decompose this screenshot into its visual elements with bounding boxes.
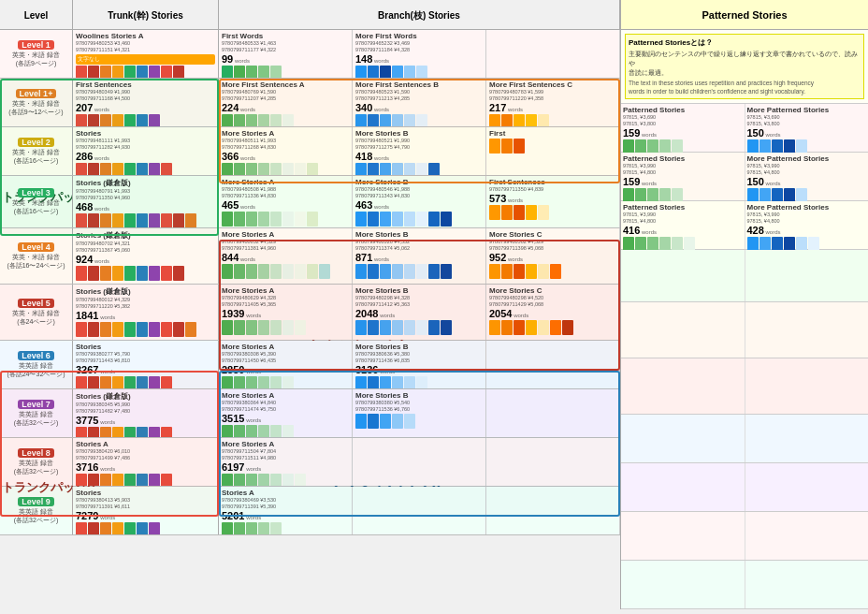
row-level-2: Level 2 英英・米語 録音(各話16ページ) Stories9780799… [0, 127, 620, 176]
branch-cell-3 [486, 389, 620, 437]
branch-cell-3: More Stories C9780799480502 ¥4,529978079… [486, 228, 620, 284]
trunk-cell: Stories9780799380413 ¥5,9039780799711391… [73, 487, 219, 534]
branch-cell-3: First [486, 127, 620, 175]
patterned-note: Patterned Storiesとは？ 主要動詞のセンテンスの中で繰り返し練り… [621, 30, 868, 104]
level-cell: Level 1 英英・米語 録音(各話9ページ) [0, 30, 73, 78]
patterned-cell-2: More Patterned Stories97815, ¥3,99097815… [745, 201, 869, 249]
branch-cell-2: More Stories B9780799480326 ¥4,532978079… [353, 228, 486, 284]
branch-cell-1: More First Sentences A9780799480769 ¥1,5… [219, 79, 353, 126]
branch-cell-3 [486, 487, 620, 534]
row-level-8: Level 8 英英語 録音(各話32ページ) Stories A9780799… [0, 438, 620, 487]
branch-cell-3 [486, 341, 620, 388]
branch-cell-1: More Stories A9780799480511 ¥1,993978079… [219, 127, 353, 175]
trunk-cell: Stories (鎌倉版)9780799480012 ¥4,3299780799… [73, 285, 219, 340]
patterned-row-8 [621, 512, 868, 561]
row-level-4: Level 4 英英・米語 録音(各話16〜24ページ) Stories (鎌倉… [0, 228, 620, 285]
branch-cell-3: More Stories C9780799480298 ¥4,520978079… [486, 285, 620, 340]
branch-cell-1: More Stories A9780799380308 ¥5,390978079… [219, 341, 353, 388]
trunk-cell: Stories9780799481111 ¥1,9939780799711282… [73, 127, 219, 175]
row-level-7: Level 7 英英語 録音(各話32ページ) Stories (鎌倉版)978… [0, 389, 620, 438]
branch-cell-2 [353, 487, 486, 534]
patterned-header: Patterned Stories [621, 0, 868, 30]
level-cell: Level 1+ 英英・米語 録音(各話9〜12ページ) [0, 79, 73, 126]
branch-cell-2: More First Words9780799465232 ¥3,4699780… [353, 30, 486, 78]
patterned-cell-1 [621, 358, 745, 414]
patterned-row-0: Patterned Stories97815, ¥3,69097815, ¥3,… [621, 104, 868, 153]
branch-cell-3 [486, 438, 620, 486]
patterned-cell-2 [745, 512, 869, 560]
trunk-cell: Stories (鎌倉版)9780799480791 ¥1,9939780799… [73, 176, 219, 227]
level-cell: Level 9 英英語 録音(各話32ページ) [0, 487, 73, 534]
left-portion: Level Trunk(幹) Stories Branch(枝) Stories… [0, 0, 620, 609]
patterned-cell-1 [621, 415, 745, 462]
row-level-5: Level 5 英英・米語 録音(各24ページ) Stories (鎌倉版)97… [0, 285, 620, 341]
patterned-col: Patterned Stories Patterned Storiesとは？ 主… [620, 0, 868, 609]
patterned-cell-1 [621, 561, 745, 608]
branch-cell-2: More Stories B9780799480521 ¥1,990978079… [353, 127, 486, 175]
trunk-cell: Stories (鎌倉版)9780799480702 ¥4,3219780799… [73, 228, 219, 284]
header-trunk: Trunk(幹) Stories [73, 0, 219, 32]
patterned-cell-1 [621, 512, 745, 560]
trunk-cell: First Sentences9780799480349 ¥1,99097807… [73, 79, 219, 126]
patterned-cell-2 [745, 415, 869, 462]
branch-cell-1: More Stories A9780799480629 ¥4,328978079… [219, 285, 353, 340]
branch-cell-1: Stories A9780799380469 ¥3,53097807997113… [219, 487, 353, 534]
patterned-row-3 [621, 250, 868, 302]
patterned-note-text2: 音読に最適。 [629, 68, 861, 77]
patterned-note-text1: 主要動詞のセンテンスの中で繰り返し練り返す文章で書かれているので、読みや [629, 50, 861, 68]
branch-cell-3: First Sentences9780799711350 ¥4,839573 w… [486, 176, 620, 227]
patterned-note-box: Patterned Storiesとは？ 主要動詞のセンテンスの中で繰り返し練り… [625, 34, 864, 99]
branch-cell-2 [353, 438, 486, 486]
patterned-cell-2 [745, 463, 869, 511]
patterned-row-7 [621, 463, 868, 512]
branch-cell-2: More Stories B9780799480546 ¥1,988978079… [353, 176, 486, 227]
branch-cell-3 [486, 30, 620, 78]
patterned-cell-1: Patterned Stories97815, ¥3,69097815, ¥3,… [621, 104, 745, 152]
patterned-rows-container: Patterned Stories97815, ¥3,69097815, ¥3,… [621, 104, 868, 609]
row-level-1: Level 1 英英・米語 録音(各話9ページ) Woolines Storie… [0, 30, 620, 79]
patterned-cell-1 [621, 250, 745, 301]
patterned-cell-1 [621, 463, 745, 511]
level-cell: Level 8 英英語 録音(各話32ページ) [0, 438, 73, 486]
row-level-9: Level 9 英英語 録音(各話32ページ) Stories978079938… [0, 487, 620, 535]
branch-cell-1: More Stories A9780799380364 ¥4,840978079… [219, 389, 353, 437]
row-level-1+: Level 1+ 英英・米語 録音(各話9〜12ページ) First Sente… [0, 79, 620, 127]
header-level: Level [0, 0, 73, 32]
patterned-row-5 [621, 358, 868, 415]
patterned-title: Patterned Stories [702, 9, 787, 21]
branch-cell-1: More Stories A9780799480508 ¥1,988978079… [219, 176, 353, 227]
trunk-cell: Stories9780799380277 ¥5,7909780799711443… [73, 341, 219, 388]
trunk-cell: Stories A9780799380420 ¥6,01097807997114… [73, 438, 219, 486]
patterned-cell-2: More Patterned Stories97815, ¥3,69097815… [745, 104, 869, 152]
trunk-cell: Woolines Stories A9780799480253 ¥3,46097… [73, 30, 219, 78]
branch-cell-2: More Stories B9780799480298 ¥4,328978079… [353, 285, 486, 340]
row-level-3: Level 3 英英・米語 録音(各話16ページ) Stories (鎌倉版)9… [0, 176, 620, 228]
main-header: Level Trunk(幹) Stories Branch(枝) Stories… [0, 0, 620, 30]
patterned-cell-1: Patterned Stories97815, ¥3,99097815, ¥4,… [621, 201, 745, 249]
patterned-row-1: Patterned Stories97815, ¥3,99097815, ¥4,… [621, 153, 868, 201]
branch-cell-1: First Words9780798480533 ¥1,463978079971… [219, 30, 353, 78]
patterned-row-6 [621, 415, 868, 463]
patterned-cell-2 [745, 358, 869, 414]
branch-cell-2: More Stories B9780799380380 ¥5,540978079… [353, 389, 486, 437]
branch-cell-2: More Stories B9780799380636 ¥5,380978079… [353, 341, 486, 388]
patterned-note-title: Patterned Storiesとは？ [629, 37, 861, 48]
patterned-row-2: Patterned Stories97815, ¥3,99097815, ¥4,… [621, 201, 868, 250]
patterned-cell-2 [745, 250, 869, 301]
level-cell: Level 3 英英・米語 録音(各話16ページ) [0, 176, 73, 227]
patterned-cell-1: Patterned Stories97815, ¥3,99097815, ¥4,… [621, 153, 745, 200]
rows-area: Level 1 英英・米語 録音(各話9ページ) Woolines Storie… [0, 30, 620, 609]
patterned-note-text4: words in order to build children's confi… [629, 87, 861, 95]
patterned-note-text3: The text in these stories uses repetitio… [629, 79, 861, 87]
patterned-cell-2 [745, 302, 869, 358]
level-cell: Level 5 英英・米語 録音(各24ページ) [0, 285, 73, 340]
level-cell: Level 6 英英語 録音(各話24〜32ページ) [0, 341, 73, 388]
header-branch: Branch(枝) Stories [219, 0, 620, 32]
branch-cell-1: More Stories A9780799480632 ¥4,329978079… [219, 228, 353, 284]
patterned-row-9 [621, 561, 868, 609]
data-section: トランクパックA トランクパックB ブランチパック1 ブランチパック2 ブランチ… [0, 30, 620, 609]
row-level-6: Level 6 英英語 録音(各話24〜32ページ) Stories978079… [0, 341, 620, 389]
page-container: Level Trunk(幹) Stories Branch(枝) Stories… [0, 0, 868, 609]
trunk-cell: Stories (鎌倉版)9780799380345 ¥5,9909780799… [73, 389, 219, 437]
patterned-row-4 [621, 302, 868, 358]
